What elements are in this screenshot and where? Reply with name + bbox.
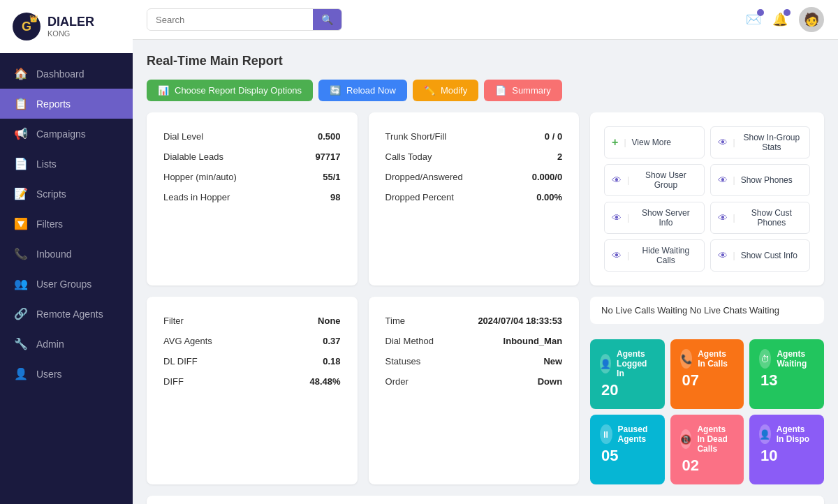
stat-icon: ⏸ — [600, 424, 612, 444]
nav-icon: 🔗 — [14, 307, 28, 320]
option-button[interactable]: 👁|Show In-Group Stats — [710, 126, 810, 158]
stat-value: 10 — [759, 447, 814, 465]
page-content: Real-Time Main Report 📊 Choose Report Di… — [133, 40, 838, 504]
option-button[interactable]: +|View More — [604, 126, 704, 158]
option-button[interactable]: 👁|Show Phones — [710, 164, 810, 196]
logo-icon: G 👑 — [11, 11, 42, 42]
stats-grid: 👤 Agents Logged In 20 📞 Agents In Calls … — [590, 339, 824, 484]
stat-icon: ⏱ — [759, 349, 771, 369]
nav-icon: 🔧 — [14, 337, 28, 350]
nav-label: Filters — [36, 218, 63, 230]
reload-button[interactable]: 🔄 Reload Now — [318, 80, 407, 101]
table-row: Hopper (min/auto) 55/1 — [161, 167, 344, 187]
eye-icon: 👁 — [612, 212, 622, 223]
metric-label: Time — [383, 311, 451, 331]
stat-card: 👤 Agents In Dispo 10 — [749, 415, 824, 484]
sidebar-item-inbound[interactable]: 📞 Inbound — [0, 239, 133, 269]
modify-label: Modify — [441, 85, 467, 96]
search-button[interactable]: 🔍 — [313, 9, 341, 30]
right-panel: No Live Calls Waiting No Live Chats Wait… — [590, 297, 824, 484]
sidebar-item-filters[interactable]: 🔽 Filters — [0, 209, 133, 239]
mail-badge — [757, 9, 764, 16]
metrics-table-3: Filter NoneAVG Agents 0.37DL DIFF 0.18DI… — [161, 311, 344, 392]
stat-value: 07 — [680, 371, 734, 390]
eye-icon: 👁 — [718, 250, 728, 261]
sidebar-item-scripts[interactable]: 📝 Scripts — [0, 179, 133, 209]
table-row: Order Down — [383, 371, 566, 392]
stat-label: Agents Waiting — [777, 349, 814, 369]
mail-button[interactable]: ✉️ — [746, 12, 761, 27]
sidebar-item-reports[interactable]: 📋 Reports — [0, 89, 133, 119]
sidebar-item-dashboard[interactable]: 🏠 Dashboard — [0, 59, 133, 89]
metric-label: DL DIFF — [161, 351, 270, 371]
metrics-table-4: Time 2024/07/04 18:33:53Dial Method Inbo… — [383, 311, 566, 392]
stat-card-header: ⏱ Agents Waiting — [759, 349, 814, 369]
metric-value: None — [270, 311, 344, 331]
nav-label: User Groups — [36, 279, 91, 290]
nav-icon: 📝 — [14, 187, 28, 200]
metric-value: 0.500 — [292, 126, 344, 147]
stat-icon: 📞 — [680, 349, 692, 369]
stat-icon: 👤 — [600, 354, 611, 373]
option-button[interactable]: 👁|Show Server Info — [604, 202, 704, 234]
avatar[interactable]: 🧑 — [799, 7, 824, 32]
metric-label: Dial Level — [161, 126, 292, 147]
summary-button[interactable]: 📄 Summary — [484, 80, 562, 101]
stat-card-header: 📞 Agents In Calls — [680, 349, 734, 369]
notification-badge — [784, 9, 791, 16]
stat-label: Agents In Dispo — [777, 424, 814, 444]
table-row: Time 2024/07/04 18:33:53 — [383, 311, 566, 331]
table-row: Dial Level 0.500 — [161, 126, 344, 147]
eye-icon: 👁 — [718, 137, 728, 148]
sidebar-item-admin[interactable]: 🔧 Admin — [0, 329, 133, 359]
nav-label: Remote Agents — [36, 309, 103, 320]
nav-label: Lists — [36, 158, 57, 170]
search-input[interactable] — [147, 10, 313, 30]
stat-card-header: ⏸ Paused Agents — [600, 424, 655, 444]
stat-label: Agents In Calls — [698, 349, 734, 369]
header-icons: ✉️ 🔔 🧑 — [746, 7, 824, 32]
sidebar-item-remote-agents[interactable]: 🔗 Remote Agents — [0, 299, 133, 329]
choose-report-button[interactable]: 📊 Choose Report Display Options — [147, 80, 313, 101]
options-panel: +|View More👁|Show In-Group Stats👁|Show U… — [590, 112, 824, 286]
option-button[interactable]: 👁|Hide Waiting Calls — [604, 239, 704, 272]
metric-value: 0 / 0 — [510, 126, 565, 147]
metric-label: Statuses — [383, 351, 451, 371]
stat-value: 02 — [680, 457, 734, 475]
sidebar-item-user-groups[interactable]: 👥 User Groups — [0, 269, 133, 299]
stat-icon: 📵 — [680, 429, 691, 449]
metric-label: Dropped/Answered — [383, 167, 510, 187]
metric-value: 0.000/0 — [510, 167, 565, 187]
nav-icon: 👤 — [14, 367, 28, 380]
content-grid: Dial Level 0.500Dialable Leads 97717Hopp… — [147, 112, 824, 484]
option-button[interactable]: 👁|Show Cust Info — [710, 239, 810, 272]
option-label: Show User Group — [635, 170, 696, 190]
notification-button[interactable]: 🔔 — [772, 12, 788, 27]
metric-label: Calls Today — [383, 147, 510, 167]
eye-icon: 👁 — [612, 175, 622, 186]
page-title: Real-Time Main Report — [147, 54, 824, 68]
metric-label: Order — [383, 371, 451, 392]
nav-label: Admin — [36, 339, 64, 350]
table-row: Dial Method Inbound_Man — [383, 331, 566, 351]
search-bar: 🔍 — [147, 8, 342, 31]
table-row: Dropped Percent 0.00% — [383, 187, 566, 207]
stat-label: Agents Logged In — [617, 349, 655, 378]
nav-label: Users — [36, 369, 62, 380]
sidebar-item-users[interactable]: 👤 Users — [0, 359, 133, 389]
option-label: Hide Waiting Calls — [635, 246, 696, 265]
stat-card: ⏱ Agents Waiting 13 — [749, 339, 824, 409]
stat-card: ⏸ Paused Agents 05 — [590, 415, 665, 484]
metric-value: 55/1 — [292, 167, 344, 187]
logo: G 👑 DIALER KONG — [0, 0, 133, 53]
nav-label: Inbound — [36, 249, 72, 260]
reload-icon: 🔄 — [330, 85, 341, 96]
option-button[interactable]: 👁|Show User Group — [604, 164, 704, 196]
option-button[interactable]: 👁|Show Cust Phones — [710, 202, 810, 234]
status-banner: No Live Calls Waiting No Live Chats Wait… — [590, 297, 824, 324]
table-row: Leads in Hopper 98 — [161, 187, 344, 207]
sidebar-item-lists[interactable]: 📄 Lists — [0, 149, 133, 179]
sidebar: G 👑 DIALER KONG 🏠 Dashboard📋 Reports📢 Ca… — [0, 0, 133, 504]
modify-button[interactable]: ✏️ Modify — [413, 80, 478, 101]
sidebar-item-campaigns[interactable]: 📢 Campaigns — [0, 119, 133, 149]
